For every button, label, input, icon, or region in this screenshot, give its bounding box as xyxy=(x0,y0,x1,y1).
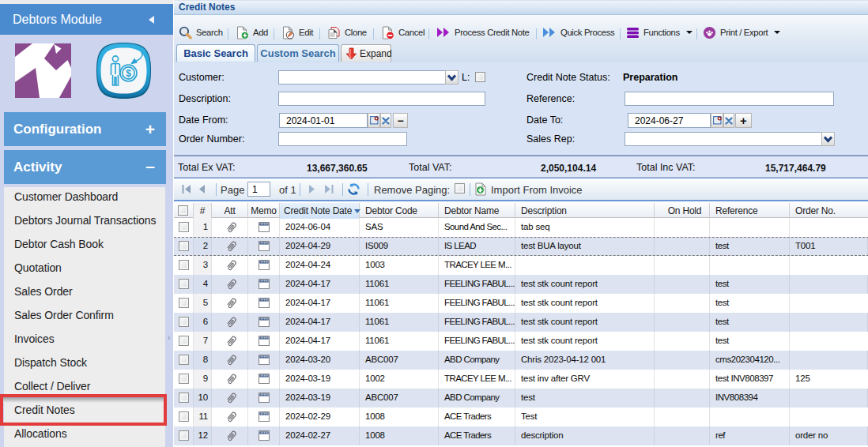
svg-text:$: $ xyxy=(126,68,131,79)
